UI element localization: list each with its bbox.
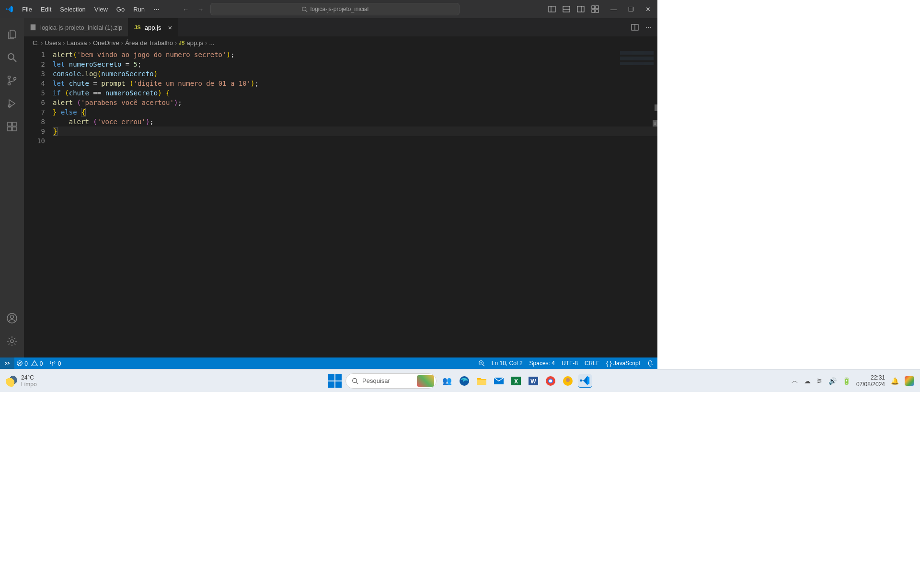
titlebar: File Edit Selection View Go Run ⋯ ← → lo… xyxy=(0,0,657,18)
tab-more-icon[interactable]: ⋯ xyxy=(645,24,652,31)
gear-icon xyxy=(6,335,18,347)
crumb-c[interactable]: C: xyxy=(33,39,39,46)
tray-notifications-icon[interactable]: 🔔 xyxy=(891,377,899,385)
activity-run-debug[interactable] xyxy=(0,92,24,115)
layout-bottom-icon[interactable] xyxy=(563,5,570,13)
taskbar-explorer[interactable] xyxy=(475,374,488,388)
activity-explorer[interactable] xyxy=(0,23,24,46)
command-center[interactable]: logica-js-projeto_inicial xyxy=(210,3,460,15)
nav-back-icon[interactable]: ← xyxy=(183,6,189,13)
svg-point-12 xyxy=(8,54,14,59)
svg-point-0 xyxy=(302,7,306,11)
svg-point-23 xyxy=(11,315,14,319)
minimize-icon[interactable]: — xyxy=(610,6,617,13)
search-icon xyxy=(352,378,358,384)
taskbar-word[interactable]: W xyxy=(527,374,540,388)
activity-extensions[interactable] xyxy=(0,115,24,138)
status-eol[interactable]: CRLF xyxy=(585,360,599,367)
menu-go[interactable]: Go xyxy=(113,4,128,15)
menu-view[interactable]: View xyxy=(91,4,112,15)
status-encoding[interactable]: UTF-8 xyxy=(562,360,578,367)
tab-zip-file[interactable]: logica-js-projeto_inicial (1).zip xyxy=(24,18,128,36)
crumb-onedrive[interactable]: OneDrive xyxy=(93,39,119,46)
clock-date: 07/08/2024 xyxy=(856,381,885,388)
taskbar-vscode[interactable] xyxy=(578,374,592,388)
status-ports[interactable]: 0 xyxy=(49,360,61,367)
bell-icon[interactable] xyxy=(647,360,654,367)
tray-battery-icon[interactable]: 🔋 xyxy=(842,377,851,385)
tray-volume-icon[interactable]: 🔊 xyxy=(828,377,837,385)
activity-source-control[interactable] xyxy=(0,69,24,92)
chevron-right-icon: › xyxy=(205,39,207,46)
tray-copilot-icon[interactable] xyxy=(905,376,914,386)
status-spaces[interactable]: Spaces: 4 xyxy=(529,360,555,367)
svg-point-15 xyxy=(8,83,11,85)
activity-search[interactable] xyxy=(0,46,24,69)
tray-wifi-icon[interactable]: ⚞ xyxy=(816,377,823,385)
chevron-right-icon: › xyxy=(41,39,43,46)
close-icon[interactable]: ✕ xyxy=(645,6,651,13)
taskbar-excel[interactable]: X xyxy=(509,374,523,388)
menu-edit[interactable]: Edit xyxy=(37,4,55,15)
taskbar-search[interactable]: Pesquisar xyxy=(345,373,437,389)
svg-rect-19 xyxy=(8,127,12,131)
crumb-users[interactable]: Users xyxy=(45,39,61,46)
editor-tabs: logica-js-projeto_inicial (1).zip JS app… xyxy=(24,18,657,36)
search-placeholder: Pesquisar xyxy=(362,377,390,384)
tray-chevron-icon[interactable]: ︿ xyxy=(792,377,798,385)
svg-rect-2 xyxy=(549,6,555,12)
svg-point-16 xyxy=(14,78,16,80)
tray-onedrive-icon[interactable]: ☁ xyxy=(804,377,811,385)
svg-rect-8 xyxy=(592,6,595,9)
status-language[interactable]: { } JavaScript xyxy=(606,360,640,367)
taskbar-chrome[interactable] xyxy=(544,374,557,388)
taskbar-edge[interactable] xyxy=(458,374,471,388)
crumb-desktop[interactable]: Área de Trabalho xyxy=(125,39,173,46)
warning-icon xyxy=(31,360,38,367)
code-editor[interactable]: 12345678910 alert('bem vindo ao jogo do … xyxy=(24,49,657,357)
activity-settings[interactable] xyxy=(0,330,24,353)
taskbar-chrome-profile[interactable] xyxy=(561,374,575,388)
weather-condition: Limpo xyxy=(21,381,37,388)
menu-selection[interactable]: Selection xyxy=(56,4,89,15)
windows-taskbar: 24°C Limpo Pesquisar 👥 X W ︿ ☁ ⚞ 🔊 🔋 22:… xyxy=(0,369,920,392)
minimap[interactable] xyxy=(620,51,654,70)
menu-more-icon[interactable]: ⋯ xyxy=(150,4,163,15)
svg-text:W: W xyxy=(530,378,536,385)
split-editor-icon[interactable] xyxy=(631,23,639,31)
js-badge-icon: JS xyxy=(179,40,184,46)
crumb-larissa[interactable]: Larissa xyxy=(67,39,87,46)
svg-point-48 xyxy=(566,378,570,382)
status-problems[interactable]: 0 0 xyxy=(16,360,43,367)
taskbar-clock[interactable]: 22:31 07/08/2024 xyxy=(856,374,885,388)
crumb-file[interactable]: app.js xyxy=(186,39,203,46)
activity-accounts[interactable] xyxy=(0,307,24,330)
code-content[interactable]: alert('bem vindo ao jogo do numero secre… xyxy=(53,49,657,357)
search-icon xyxy=(301,6,308,12)
layout-left-icon[interactable] xyxy=(548,5,556,13)
taskbar-weather[interactable]: 24°C Limpo xyxy=(6,374,37,388)
js-badge-icon: JS xyxy=(134,24,140,30)
nav-forward-icon[interactable]: → xyxy=(197,6,204,13)
remote-button[interactable] xyxy=(0,357,14,369)
activity-bar xyxy=(0,18,24,357)
tab-app-js[interactable]: JS app.js × xyxy=(128,18,178,36)
maximize-icon[interactable]: ❐ xyxy=(628,6,634,13)
clock-time: 22:31 xyxy=(856,374,885,381)
status-lncol[interactable]: Ln 10, Col 2 xyxy=(492,360,523,367)
breadcrumbs[interactable]: C:› Users› Larissa› OneDrive› Área de Tr… xyxy=(24,36,657,49)
tab-close-icon[interactable]: × xyxy=(168,23,172,32)
line-gutter: 12345678910 xyxy=(24,49,53,357)
svg-rect-4 xyxy=(563,6,570,12)
chevron-right-icon: › xyxy=(63,39,65,46)
layout-right-icon[interactable] xyxy=(577,5,585,13)
menu-file[interactable]: File xyxy=(18,4,36,15)
zoom-icon[interactable] xyxy=(478,360,485,367)
taskbar-teams[interactable]: 👥 xyxy=(440,374,454,388)
menu-run[interactable]: Run xyxy=(129,4,149,15)
layout-customize-icon[interactable] xyxy=(591,5,599,13)
extensions-icon xyxy=(6,121,18,132)
taskbar-mail[interactable] xyxy=(492,374,506,388)
crumb-ellipsis[interactable]: ... xyxy=(209,39,215,46)
start-button[interactable] xyxy=(328,374,342,388)
